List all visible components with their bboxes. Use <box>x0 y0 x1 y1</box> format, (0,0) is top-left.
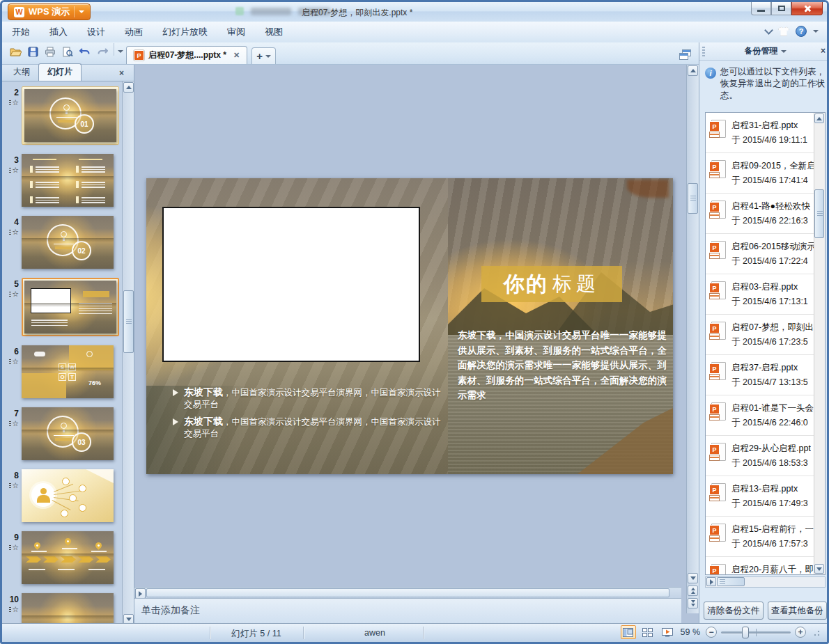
scrollbar-thumb[interactable] <box>717 577 745 586</box>
print-preview-button[interactable] <box>60 44 75 59</box>
backup-file-item[interactable]: 启程15-启程前行，一于 2015/4/6 17:57:3 <box>706 517 825 557</box>
scroll-up-icon[interactable] <box>123 82 134 93</box>
slide-thumbnail-selected[interactable] <box>24 281 116 333</box>
skin-icon[interactable] <box>778 27 789 36</box>
backup-file-item[interactable]: 启程03-启程.pptx于 2015/4/6 17:13:1 <box>706 274 825 315</box>
view-other-backups-button[interactable]: 查看其他备份 <box>768 602 828 620</box>
slide-thumbnail-row[interactable]: 4☆ 02 <box>3 216 121 269</box>
slide-thumbnail-row[interactable]: 7☆ 03 <box>3 407 121 460</box>
slide-thumbnail[interactable]: 02 <box>22 216 114 269</box>
print-button[interactable] <box>42 44 58 59</box>
backup-file-item[interactable]: 启程06-2015移动演示于 2015/4/6 17:22:4 <box>706 234 825 274</box>
tab-view[interactable]: 视图 <box>255 22 293 42</box>
slide-5[interactable]: 东坡下载，中国首家演示设计交易平台演界网，中国首家演示设计交易平台 东坡下载，中… <box>146 178 673 474</box>
slide-canvas[interactable]: 东坡下载，中国首家演示设计交易平台演界网，中国首家演示设计交易平台 东坡下载，中… <box>134 65 681 587</box>
close-tab-icon[interactable]: ✕ <box>233 51 240 60</box>
scrollbar-thumb[interactable] <box>814 189 824 238</box>
slide-thumbnail[interactable]: 01 <box>24 89 116 142</box>
resize-grip[interactable] <box>812 628 820 636</box>
tab-animation[interactable]: 动画 <box>115 22 153 42</box>
zoom-slider[interactable] <box>721 625 791 639</box>
slide-thumbnail-row[interactable]: 10☆ THANKS <box>3 593 121 625</box>
zoom-slider-handle[interactable] <box>742 627 749 638</box>
list-vertical-scrollbar[interactable] <box>814 113 825 574</box>
backup-file-item[interactable]: 启程20-月薪八千，即 <box>706 557 825 575</box>
normal-view-button[interactable] <box>621 625 636 639</box>
chevron-down-icon[interactable] <box>813 30 819 33</box>
scroll-right-icon[interactable] <box>135 588 146 599</box>
scrollbar-thumb[interactable] <box>146 588 669 597</box>
scroll-up-icon[interactable] <box>688 65 698 76</box>
backup-file-item[interactable]: 启程41-路●轻松欢快于 2015/4/6 22:16:3 <box>706 194 825 234</box>
tab-outline[interactable]: 大纲 <box>5 64 38 81</box>
notes-pane[interactable]: 单击添加备注 <box>134 598 681 625</box>
zoom-in-button[interactable]: + <box>795 627 806 638</box>
backup-file-item[interactable]: 启程09-2015，全新启于 2015/4/6 17:41:4 <box>706 153 825 194</box>
backup-file-item[interactable]: 启程01-谁是下一头会于 2015/4/6 22:46:0 <box>706 395 825 436</box>
chevron-down-icon[interactable] <box>781 50 787 53</box>
backup-file-item[interactable]: 启程07-梦想，即刻出于 2015/4/6 17:23:5 <box>706 315 825 355</box>
slide-thumbnail[interactable]: 03 <box>22 407 114 460</box>
thumbnail-scrollbar[interactable] <box>122 81 134 625</box>
help-icon[interactable]: ? <box>796 26 807 37</box>
tab-slides[interactable]: 幻灯片 <box>38 63 82 81</box>
tab-slideshow[interactable]: 幻灯片放映 <box>153 22 217 42</box>
slide-thumbnail[interactable]: S W O T 76% <box>22 345 114 398</box>
slide-body-text[interactable]: 东坡下载，中国演示设计交易平台唯一一家能够提供从展示、到素材、到服务的一站式综合… <box>458 328 667 403</box>
vertical-scrollbar[interactable] <box>686 65 699 613</box>
slide-thumbnail-row current-slide[interactable]: 5☆ <box>3 278 121 336</box>
clear-backups-button[interactable]: 清除备份文件 <box>704 602 764 620</box>
close-panel-icon[interactable]: × <box>821 46 826 56</box>
slide-thumbnail-row[interactable]: 6☆ S W O T 76% <box>3 345 121 398</box>
scroll-up-icon[interactable] <box>814 113 824 123</box>
slideshow-button[interactable] <box>660 625 675 639</box>
minimize-button[interactable] <box>751 2 771 15</box>
document-tab[interactable]: P 启程07-梦想....pptx * ✕ <box>126 46 247 64</box>
bullet-textbox[interactable]: 东坡下载，中国首家演示设计交易平台演界网，中国首家演示设计交易平台 东坡下载，中… <box>173 386 444 445</box>
slide-thumbnail[interactable] <box>22 154 114 207</box>
scroll-down-icon[interactable] <box>814 564 824 574</box>
maximize-button[interactable] <box>771 2 791 15</box>
wps-menu-button[interactable]: W WPS 演示 <box>8 3 91 20</box>
slide-thumbnail[interactable]: THANKS <box>22 593 114 625</box>
slide-thumbnail[interactable] <box>22 469 114 522</box>
arrange-windows-icon[interactable] <box>679 49 693 61</box>
chevron-down-icon[interactable] <box>79 10 84 13</box>
undo-button[interactable] <box>77 44 93 59</box>
scrollbar-thumb[interactable] <box>123 290 134 353</box>
close-button[interactable] <box>791 2 823 15</box>
tab-design[interactable]: 设计 <box>77 22 115 42</box>
slide-thumbnail[interactable] <box>22 531 114 584</box>
tab-review[interactable]: 审阅 <box>217 22 255 42</box>
scrollbar-thumb[interactable] <box>688 183 698 214</box>
list-horizontal-scrollbar[interactable] <box>705 576 826 588</box>
collapse-ribbon-icon[interactable] <box>764 26 773 35</box>
backup-file-item[interactable]: 启程13-启程.pptx于 2015/4/6 17:49:3 <box>706 476 825 517</box>
slide-thumbnail-row[interactable]: 9☆ <box>3 531 121 584</box>
redo-button[interactable] <box>95 44 110 59</box>
backup-file-item[interactable]: 启程29-从心启程.ppt于 2015/4/6 18:53:3 <box>706 436 825 476</box>
image-placeholder[interactable] <box>162 207 420 362</box>
new-tab-button[interactable]: + <box>251 47 276 64</box>
slide-number: 8 <box>14 471 19 480</box>
previous-slide-icon[interactable] <box>688 586 698 596</box>
panel-grip[interactable] <box>702 47 705 56</box>
tab-insert[interactable]: 插入 <box>40 22 77 42</box>
slide-thumbnail-row[interactable]: 2☆ 01 <box>3 86 121 145</box>
open-button[interactable] <box>8 44 23 59</box>
close-panel-icon[interactable]: × <box>119 68 124 78</box>
zoom-out-button[interactable]: − <box>706 627 717 638</box>
scroll-right-icon[interactable] <box>706 577 716 586</box>
scroll-down-icon[interactable] <box>688 573 698 583</box>
horizontal-scrollbar[interactable] <box>134 587 681 598</box>
slide-thumbnail-row[interactable]: 3☆ <box>3 154 121 207</box>
slide-sorter-view-button[interactable] <box>640 625 656 639</box>
backup-file-item[interactable]: 启程37-启程.pptx于 2015/4/7 13:13:5 <box>706 355 825 395</box>
tab-home[interactable]: 开始 <box>2 22 40 42</box>
slide-thumbnail-row[interactable]: 8☆ <box>3 469 121 522</box>
slide-title[interactable]: 你的 标题 <box>481 266 622 302</box>
save-button[interactable] <box>25 44 40 59</box>
toolbar-overflow-icon[interactable] <box>118 50 123 53</box>
backup-file-item[interactable]: 启程31-启程.pptx于 2015/4/6 19:11:1 <box>706 113 825 153</box>
next-slide-icon[interactable] <box>688 598 698 608</box>
